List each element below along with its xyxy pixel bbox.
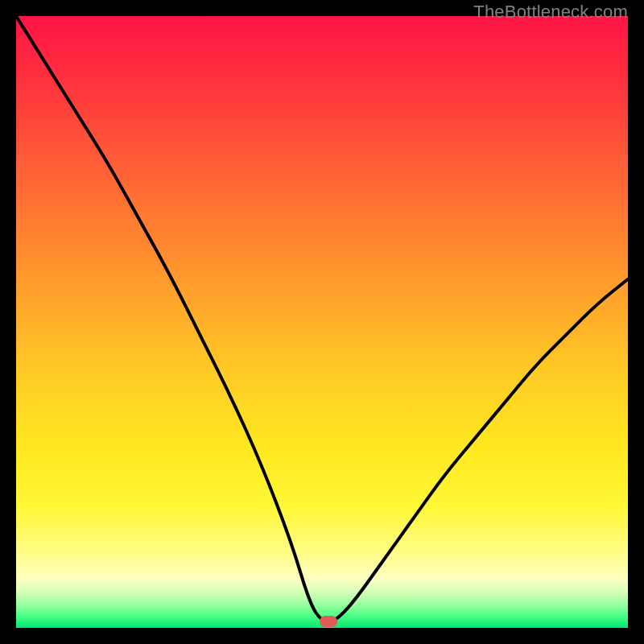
minimum-marker bbox=[320, 616, 337, 627]
plot-area bbox=[16, 16, 628, 628]
watermark-text: TheBottleneck.com bbox=[473, 2, 628, 23]
curve-path bbox=[16, 16, 628, 621]
bottleneck-curve bbox=[16, 16, 628, 628]
chart-frame: TheBottleneck.com bbox=[0, 0, 644, 644]
